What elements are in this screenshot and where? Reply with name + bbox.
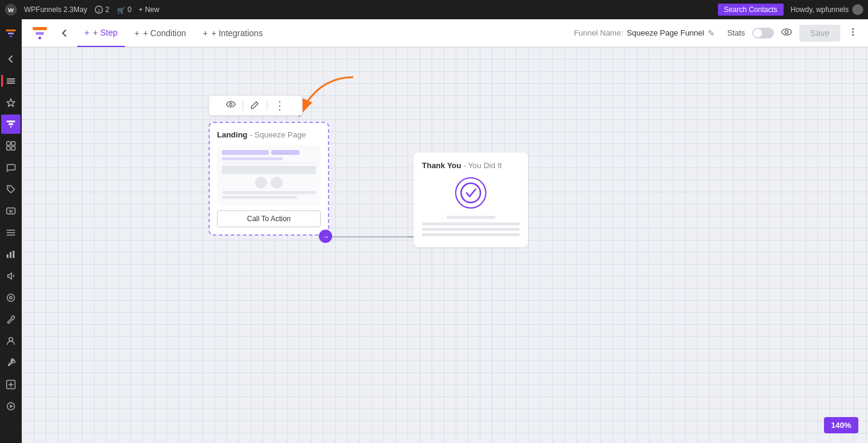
svg-rect-27 xyxy=(13,251,14,258)
condition-label: + Condition xyxy=(143,28,186,38)
svg-point-46 xyxy=(230,103,232,105)
save-button[interactable]: Save xyxy=(799,25,840,42)
svg-text:2: 2 xyxy=(97,8,100,13)
svg-rect-15 xyxy=(7,142,10,145)
cart-icon[interactable]: 🛒 0 xyxy=(116,5,131,14)
site-name[interactable]: WPFunnels 2.3May xyxy=(24,5,87,14)
svg-rect-17 xyxy=(7,146,10,150)
integrations-tab[interactable]: + + Integrations xyxy=(195,19,269,47)
svg-marker-35 xyxy=(10,404,13,408)
avatar xyxy=(852,4,863,15)
svg-point-41 xyxy=(852,28,854,30)
svg-point-28 xyxy=(7,294,14,301)
landing-card-title: Landing - Squeeze Page xyxy=(217,130,321,139)
landing-card[interactable]: Landing - Squeeze Page xyxy=(209,122,329,236)
toolbar-right: Stats Save xyxy=(727,25,858,42)
stats-toggle[interactable] xyxy=(752,28,774,39)
svg-rect-10 xyxy=(7,83,15,84)
svg-point-29 xyxy=(10,297,12,299)
condition-tab[interactable]: + + Condition xyxy=(127,19,193,47)
wp-admin-bar: W WPFunnels 2.3May 2 2 🛒 0 + New Search … xyxy=(0,0,868,19)
back-button[interactable] xyxy=(55,25,72,42)
sidebar-circle-tag-icon[interactable] xyxy=(1,288,20,307)
svg-marker-11 xyxy=(7,99,15,107)
sidebar-dashboard-icon[interactable] xyxy=(1,71,20,90)
step-tab[interactable]: + + Step xyxy=(77,19,125,47)
svg-rect-12 xyxy=(7,121,15,122)
card-edit-icon[interactable] xyxy=(250,99,260,112)
zoom-badge: 140% xyxy=(824,417,858,433)
sidebar-back-icon[interactable] xyxy=(1,49,20,69)
svg-point-19 xyxy=(8,187,10,188)
thank-you-card[interactable]: Thank You - You Did It xyxy=(414,152,528,247)
sidebar-megaphone-icon[interactable] xyxy=(1,266,20,286)
cta-button[interactable]: Call To Action xyxy=(217,210,321,227)
svg-rect-7 xyxy=(10,36,12,37)
check-circle-icon xyxy=(455,177,486,209)
funnel-name-area: Funnel Name: Squeeze Page Funnel ✎ xyxy=(574,28,715,38)
svg-rect-38 xyxy=(39,37,41,39)
integrations-plus-icon: + xyxy=(203,28,207,38)
card-eye-icon[interactable] xyxy=(226,99,236,112)
sidebar-chat-icon[interactable] xyxy=(1,158,20,177)
integrations-label: + Integrations xyxy=(212,28,263,38)
sidebar-play-icon[interactable] xyxy=(1,397,20,416)
svg-rect-5 xyxy=(6,30,16,31)
svg-point-49 xyxy=(461,183,480,203)
new-button[interactable]: + New xyxy=(139,5,159,14)
card-more-icon[interactable]: ⋮ xyxy=(274,100,285,111)
sidebar-star-icon[interactable] xyxy=(1,93,20,112)
howdy-label: Howdy, wpfunnels xyxy=(791,4,864,15)
sidebar-person-icon[interactable] xyxy=(1,331,20,351)
condition-plus-icon: + xyxy=(134,28,139,38)
preview-eye-icon[interactable] xyxy=(781,27,792,40)
toolbar: + + Step + + Condition + + Integrations … xyxy=(22,19,868,47)
step-label: + Step xyxy=(93,28,118,37)
sidebar-list-icon[interactable] xyxy=(1,223,20,242)
sidebar-grid-icon[interactable] xyxy=(1,136,20,156)
svg-point-42 xyxy=(852,31,854,33)
search-contacts-button[interactable]: Search Contacts xyxy=(718,4,784,16)
funnel-name-edit-icon[interactable]: ✎ xyxy=(708,28,715,38)
main-content: + + Step + + Condition + + Integrations … xyxy=(22,19,868,443)
sidebar-plusbox-icon[interactable] xyxy=(1,375,20,394)
svg-rect-36 xyxy=(33,27,47,30)
svg-point-43 xyxy=(852,34,854,36)
svg-rect-9 xyxy=(7,81,15,82)
svg-rect-25 xyxy=(7,254,8,258)
svg-text:W: W xyxy=(8,7,14,13)
funnel-name-value: Squeeze Page Funnel xyxy=(627,28,705,37)
svg-rect-13 xyxy=(8,124,13,125)
connector: → xyxy=(326,236,416,237)
svg-point-30 xyxy=(9,338,13,341)
sidebar-funnels-icon[interactable] xyxy=(1,115,20,134)
page-preview xyxy=(217,145,321,206)
canvas[interactable]: | | ⋮ Landing - Squeeze Page xyxy=(22,47,868,443)
svg-rect-16 xyxy=(11,142,15,145)
notif-count[interactable]: 2 2 xyxy=(95,5,110,14)
landing-step-wrapper: | | ⋮ Landing - Squeeze Page xyxy=(209,95,329,236)
svg-point-40 xyxy=(785,30,788,33)
svg-point-39 xyxy=(782,29,791,35)
more-options-icon[interactable] xyxy=(848,27,858,40)
toolbar-logo xyxy=(31,25,48,42)
sidebar-woo-icon[interactable]: W xyxy=(1,201,20,221)
svg-rect-14 xyxy=(10,126,11,128)
svg-rect-37 xyxy=(36,32,44,35)
sidebar-logo-icon[interactable] xyxy=(1,24,20,43)
svg-rect-26 xyxy=(10,252,11,258)
thank-you-title: Thank You - You Did It xyxy=(422,161,520,170)
svg-text:🛒: 🛒 xyxy=(117,6,125,14)
sidebar-tag-icon[interactable] xyxy=(1,180,20,199)
svg-rect-18 xyxy=(11,146,15,150)
stats-label: Stats xyxy=(727,28,745,37)
thank-you-preview-lines xyxy=(422,216,520,236)
svg-rect-8 xyxy=(7,78,15,80)
wp-logo-icon[interactable]: W xyxy=(5,4,17,16)
step-plus-icon: + xyxy=(84,28,89,37)
svg-text:W: W xyxy=(9,209,13,213)
sidebar: W xyxy=(0,19,22,443)
sidebar-tool-icon[interactable] xyxy=(1,310,20,329)
sidebar-wrench-icon[interactable] xyxy=(1,353,20,372)
sidebar-barchart-icon[interactable] xyxy=(1,245,20,264)
